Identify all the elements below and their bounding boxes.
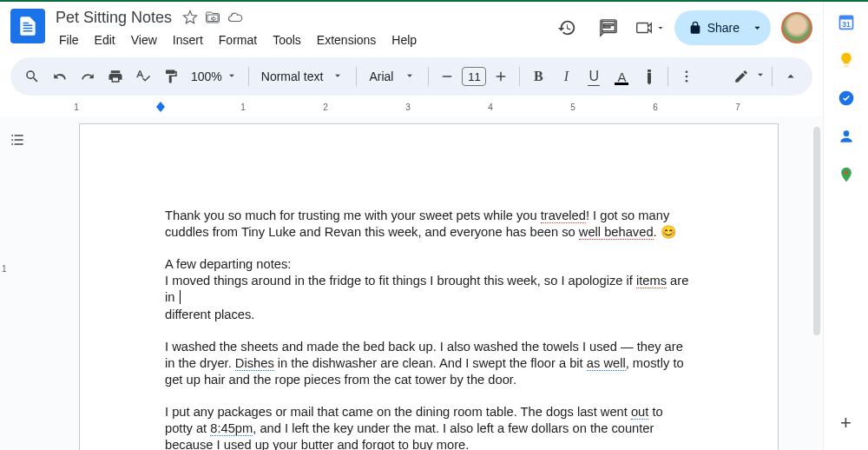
- horizontal-ruler[interactable]: 1 1 2 3 4 5 6 7: [0, 101, 823, 116]
- svg-point-8: [844, 170, 847, 174]
- text-cursor: [180, 290, 181, 304]
- maps-icon[interactable]: [837, 165, 856, 184]
- vertical-ruler[interactable]: 1: [2, 116, 14, 450]
- svg-point-0: [686, 70, 688, 73]
- italic-button[interactable]: I: [553, 63, 579, 89]
- svg-point-1: [686, 76, 688, 78]
- cloud-status-icon[interactable]: [227, 10, 243, 25]
- search-tool-icon[interactable]: [19, 63, 45, 89]
- lock-icon: [688, 21, 702, 35]
- comments-icon[interactable]: [591, 10, 626, 45]
- menu-tools[interactable]: Tools: [266, 30, 308, 50]
- font-size-increase[interactable]: [488, 63, 514, 89]
- contacts-icon[interactable]: [837, 127, 856, 146]
- meet-icon[interactable]: [633, 10, 667, 45]
- print-icon[interactable]: [102, 63, 128, 89]
- paragraph-style-select[interactable]: Normal text: [254, 69, 352, 84]
- paragraph[interactable]: Thank you so much for trusting me with y…: [165, 208, 693, 241]
- keep-icon[interactable]: [837, 50, 856, 69]
- font-size-decrease[interactable]: [434, 63, 460, 89]
- document-area: 1 Thank you so much for trusting me with…: [0, 116, 823, 450]
- editing-mode-button[interactable]: [728, 63, 766, 89]
- paragraph[interactable]: I washed the sheets and made the bed bac…: [165, 339, 693, 388]
- menu-extensions[interactable]: Extensions: [310, 30, 383, 50]
- collapse-toolbar-icon[interactable]: [778, 63, 804, 89]
- share-label: Share: [707, 21, 740, 35]
- toolbar: 100% Normal text Arial 11 B I U: [10, 57, 812, 96]
- menu-file[interactable]: File: [52, 30, 86, 50]
- highlight-button[interactable]: [636, 63, 662, 89]
- undo-icon[interactable]: [47, 63, 73, 89]
- svg-rect-4: [839, 16, 852, 19]
- menu-bar: File Edit View Insert Format Tools Exten…: [52, 28, 549, 52]
- scrollbar-thumb[interactable]: [813, 127, 820, 335]
- page-canvas[interactable]: Thank you so much for trusting me with y…: [79, 123, 779, 450]
- paragraph[interactable]: A few departing notes:I moved things aro…: [165, 256, 693, 322]
- star-icon[interactable]: [182, 10, 198, 25]
- more-tools-icon[interactable]: [674, 63, 700, 89]
- share-button[interactable]: Share: [674, 10, 771, 45]
- menu-view[interactable]: View: [124, 30, 164, 50]
- paragraph[interactable]: I put any packages or mail that came on …: [165, 404, 693, 450]
- font-select[interactable]: Arial: [362, 69, 423, 84]
- spellcheck-icon[interactable]: [130, 63, 156, 89]
- side-panel: 31 +: [823, 2, 868, 450]
- menu-help[interactable]: Help: [385, 30, 424, 50]
- svg-point-7: [843, 130, 849, 136]
- menu-format[interactable]: Format: [212, 30, 264, 50]
- move-icon[interactable]: [205, 10, 220, 25]
- redo-icon[interactable]: [75, 63, 101, 89]
- paint-format-icon[interactable]: [158, 63, 184, 89]
- share-dropdown[interactable]: [746, 21, 764, 35]
- svg-point-2: [686, 80, 688, 83]
- doc-title[interactable]: Pet Sitting Notes: [52, 8, 175, 28]
- bold-button[interactable]: B: [525, 63, 551, 89]
- addons-plus-icon[interactable]: +: [837, 414, 856, 433]
- underline-button[interactable]: U: [581, 63, 607, 89]
- menu-insert[interactable]: Insert: [166, 30, 210, 50]
- tasks-icon[interactable]: [837, 89, 856, 108]
- header: Pet Sitting Notes File Edit View Insert …: [0, 2, 823, 52]
- account-avatar[interactable]: [781, 12, 812, 43]
- text-color-button[interactable]: A: [608, 63, 635, 89]
- svg-text:31: 31: [842, 20, 851, 29]
- menu-edit[interactable]: Edit: [88, 30, 122, 50]
- zoom-select[interactable]: 100%: [186, 69, 243, 84]
- calendar-icon[interactable]: 31: [837, 12, 856, 31]
- font-size-input[interactable]: 11: [462, 67, 486, 86]
- docs-home-icon[interactable]: [10, 9, 45, 43]
- history-icon[interactable]: [549, 10, 584, 45]
